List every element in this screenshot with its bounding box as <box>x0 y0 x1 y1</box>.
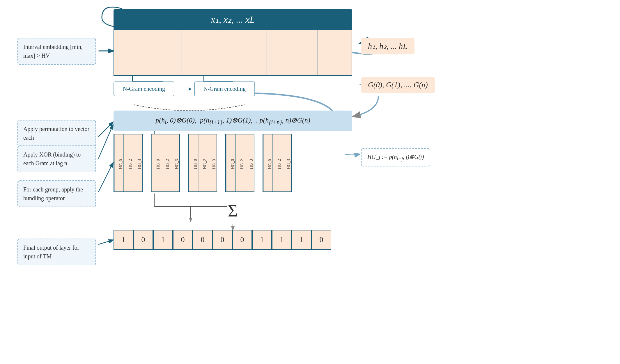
hg-group-3: HG_0HG_2HG_3 <box>225 134 254 192</box>
hg-col-1-1: HG_2 <box>161 134 170 191</box>
matrix-col-9 <box>267 30 284 75</box>
hg-col-2-1: HG_2 <box>198 134 207 191</box>
ngram-encoding-row: N-Gram encoding N-Gram encoding <box>114 81 255 96</box>
ngram-box-2: N-Gram encoding <box>194 81 255 96</box>
hg-col-1-2: HG_3 <box>170 134 179 191</box>
xor-binding-label: Apply XOR (binding) to each Gram at lag … <box>17 145 96 172</box>
hg-group-0: HG_0HG_2HG_3 <box>114 134 143 192</box>
matrix-col-5 <box>199 30 216 75</box>
permutation-text: Apply permutation to vector each <box>23 126 89 141</box>
hg-col-3-0: HG_0 <box>226 134 235 191</box>
output-cell-7: 1 <box>252 230 272 250</box>
output-cell-4: 0 <box>193 230 212 250</box>
g-sequence-label: G(0), G(1), ..., G(n) <box>361 77 435 93</box>
output-cell-2: 1 <box>153 230 173 250</box>
hg-j-text: HG_j := p(hi+j, j)⊗G(j) <box>367 154 424 160</box>
output-cell-8: 1 <box>272 230 292 250</box>
final-output-text: Final output of layer for input of TM <box>23 244 79 260</box>
hg-col-2-0: HG_0 <box>189 134 198 191</box>
matrix-col-1 <box>131 30 148 75</box>
input-sequence-label: x₁, x₂, ... xL <box>211 14 255 25</box>
matrix-col-13 <box>335 30 352 75</box>
output-row: 10100001110 <box>114 230 331 250</box>
interval-embedding-label: Interval embedding [min, max] > HV <box>17 38 96 65</box>
svg-line-16 <box>98 163 113 192</box>
interval-embedding-text: Interval embedding [min, max] > HV <box>23 44 83 59</box>
output-cell-0: 1 <box>114 230 133 250</box>
matrix-col-8 <box>250 30 267 75</box>
hg-col-0-1: HG_2 <box>123 134 133 191</box>
hg-group-4: HG_0HG_2HG_3 <box>263 134 292 192</box>
output-cell-3: 0 <box>173 230 193 250</box>
matrix-col-0 <box>114 30 131 75</box>
embedding-matrix <box>114 29 352 76</box>
h-sequence-label: h₁, h₂, ... hL <box>361 38 414 54</box>
input-sequence-bar: x₁, x₂, ... xL <box>114 9 352 30</box>
matrix-col-4 <box>182 30 199 75</box>
ngram-box-1: N-Gram encoding <box>114 81 174 96</box>
matrix-col-10 <box>284 30 301 75</box>
matrix-col-3 <box>165 30 182 75</box>
bundling-text: For each group, apply the bundling opera… <box>23 186 83 201</box>
hg-col-4-1: HG_2 <box>272 134 282 191</box>
xor-binding-text: Apply XOR (binding) to each Gram at lag … <box>23 151 81 166</box>
xor-binding-bar: p(hi, 0)⊗G(0), p(h{i+1}, 1)⊗G(1), .. p(h… <box>114 111 352 131</box>
hg-j-formula-label: HG_j := p(hi+j, j)⊗G(j) <box>361 148 430 166</box>
matrix-col-6 <box>216 30 233 75</box>
output-cell-5: 0 <box>212 230 232 250</box>
bundling-label: For each group, apply the bundling opera… <box>17 180 96 207</box>
final-output-label: Final output of layer for input of TM <box>17 239 96 265</box>
summation-symbol: Σ <box>114 201 352 221</box>
hg-group-1: HG_0HG_2HG_3 <box>151 134 180 192</box>
output-cell-9: 1 <box>292 230 311 250</box>
svg-line-14 <box>98 122 113 137</box>
svg-line-17 <box>98 240 113 244</box>
hg-group-2: HG_0HG_2HG_3 <box>188 134 217 192</box>
svg-line-15 <box>98 125 113 159</box>
hg-col-4-0: HG_0 <box>263 134 272 191</box>
output-cell-1: 0 <box>133 230 153 250</box>
hg-col-4-2: HG_3 <box>282 134 291 191</box>
matrix-col-7 <box>233 30 250 75</box>
output-cell-6: 0 <box>232 230 252 250</box>
matrix-col-2 <box>148 30 165 75</box>
permutation-label: Apply permutation to vector each <box>17 120 96 147</box>
hg-col-0-0: HG_0 <box>114 134 123 191</box>
matrix-col-11 <box>301 30 318 75</box>
hg-col-3-1: HG_2 <box>235 134 245 191</box>
hg-col-0-2: HG_3 <box>133 134 142 191</box>
xor-formula: p(hi, 0)⊗G(0), p(h{i+1}, 1)⊗G(1), .. p(h… <box>155 116 310 124</box>
hg-groups-container: HG_0HG_2HG_3HG_0HG_2HG_3HG_0HG_2HG_3HG_0… <box>114 134 292 192</box>
hg-col-1-0: HG_0 <box>151 134 161 191</box>
hg-col-3-2: HG_3 <box>245 134 254 191</box>
hg-col-2-2: HG_3 <box>208 134 217 191</box>
output-cell-10: 0 <box>311 230 331 250</box>
ngram-arrow <box>176 89 193 89</box>
matrix-col-12 <box>318 30 335 75</box>
